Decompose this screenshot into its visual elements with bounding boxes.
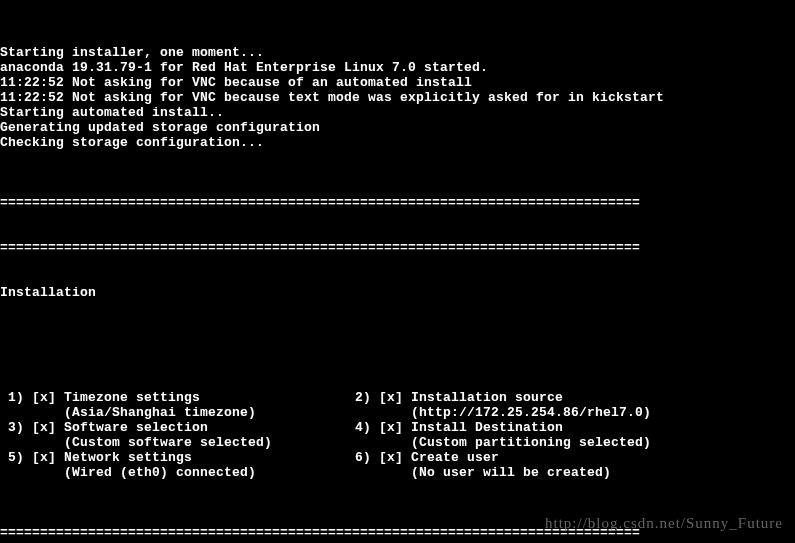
preamble-line: Starting installer, one moment...	[0, 45, 795, 60]
watermark-text: http://blog.csdn.net/Sunny_Future	[545, 516, 783, 531]
divider-line: ========================================…	[0, 195, 795, 210]
menu-row-detail: (Asia/Shanghai timezone) (http://172.25.…	[0, 405, 795, 420]
preamble-line: 11:22:52 Not asking for VNC because text…	[0, 90, 795, 105]
menu-item-right[interactable]: 2) [x] Installation source	[355, 390, 795, 405]
preamble-block: Starting installer, one moment...anacond…	[0, 45, 795, 150]
installation-menu: 1) [x] Timezone settings2) [x] Installat…	[0, 390, 795, 480]
menu-item-left[interactable]: 1) [x] Timezone settings	[0, 390, 355, 405]
preamble-line: anaconda 19.31.79-1 for Red Hat Enterpri…	[0, 60, 795, 75]
menu-row: 1) [x] Timezone settings2) [x] Installat…	[0, 390, 795, 405]
menu-row: 5) [x] Network settings6) [x] Create use…	[0, 450, 795, 465]
preamble-line: Starting automated install..	[0, 105, 795, 120]
blank-line	[0, 330, 795, 345]
menu-item-right[interactable]: 6) [x] Create user	[355, 450, 795, 465]
menu-item-left[interactable]: 5) [x] Network settings	[0, 450, 355, 465]
menu-detail-right: (No user will be created)	[355, 465, 795, 480]
section-title: Installation	[0, 285, 795, 300]
divider-line: ========================================…	[0, 240, 795, 255]
menu-row: 3) [x] Software selection4) [x] Install …	[0, 420, 795, 435]
menu-detail-left: (Asia/Shanghai timezone)	[0, 405, 355, 420]
preamble-line: Generating updated storage configuration	[0, 120, 795, 135]
preamble-line: 11:22:52 Not asking for VNC because of a…	[0, 75, 795, 90]
menu-item-left[interactable]: 3) [x] Software selection	[0, 420, 355, 435]
menu-detail-right: (http://172.25.254.86/rhel7.0)	[355, 405, 795, 420]
menu-detail-left: (Custom software selected)	[0, 435, 355, 450]
menu-detail-right: (Custom partitioning selected)	[355, 435, 795, 450]
menu-row-detail: (Wired (eth0) connected) (No user will b…	[0, 465, 795, 480]
menu-detail-left: (Wired (eth0) connected)	[0, 465, 355, 480]
menu-item-right[interactable]: 4) [x] Install Destination	[355, 420, 795, 435]
menu-row-detail: (Custom software selected) (Custom parti…	[0, 435, 795, 450]
terminal-screen: Starting installer, one moment...anacond…	[0, 0, 795, 543]
preamble-line: Checking storage configuration...	[0, 135, 795, 150]
